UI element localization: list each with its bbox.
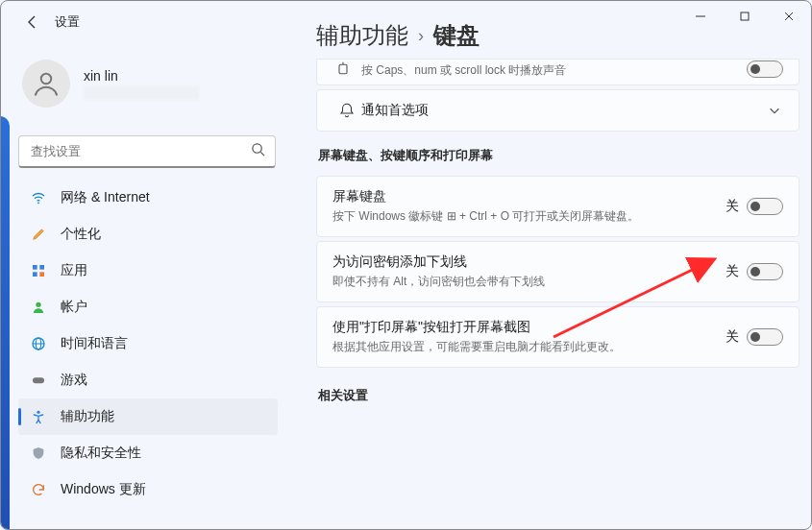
nav-privacy[interactable]: 隐私和安全性 bbox=[18, 435, 278, 471]
toggle-keys-subtitle: 按 Caps、num 或 scroll lock 时播放声音 bbox=[361, 61, 716, 79]
printscreen-title: 使用"打印屏幕"按钮打开屏幕截图 bbox=[332, 319, 716, 336]
underline-keys-state: 关 bbox=[726, 263, 739, 280]
printscreen-sub: 根据其他应用设置，可能需要重启电脑才能看到此更改。 bbox=[332, 338, 716, 355]
nav-sidebar: 网络 & Internet 个性化 应用 帐户 时间和语言 游戏 辅助功能 隐私… bbox=[18, 180, 278, 523]
notification-prefs-row[interactable]: 通知首选项 bbox=[316, 89, 800, 132]
svg-point-3 bbox=[253, 144, 261, 153]
close-button[interactable] bbox=[767, 1, 811, 32]
breadcrumb-current: 键盘 bbox=[433, 20, 480, 51]
nav-gaming[interactable]: 游戏 bbox=[18, 362, 278, 398]
breadcrumb-parent[interactable]: 辅助功能 bbox=[316, 20, 408, 51]
underline-keys-title: 为访问密钥添加下划线 bbox=[332, 253, 716, 271]
nav-label: 网络 & Internet bbox=[61, 189, 150, 206]
onscreen-keyboard-row[interactable]: 屏幕键盘 按下 Windows 徽标键 ⊞ + Ctrl + O 可打开或关闭屏… bbox=[316, 176, 800, 237]
nav-label: 辅助功能 bbox=[61, 408, 114, 425]
nav-apps[interactable]: 应用 bbox=[18, 253, 278, 289]
svg-rect-16 bbox=[339, 64, 347, 74]
notification-prefs-title: 通知首选项 bbox=[361, 102, 756, 119]
user-email-redacted bbox=[84, 86, 199, 100]
onscreen-keyboard-sub: 按下 Windows 徽标键 ⊞ + Ctrl + O 可打开或关闭屏幕键盘。 bbox=[332, 207, 716, 225]
profile-block[interactable]: xin lin bbox=[22, 59, 199, 108]
nav-label: 游戏 bbox=[61, 372, 87, 389]
app-title: 设置 bbox=[55, 13, 80, 31]
gamepad-icon bbox=[30, 372, 47, 389]
chevron-down-icon bbox=[766, 102, 783, 119]
shield-icon bbox=[30, 445, 47, 462]
svg-rect-8 bbox=[33, 272, 37, 277]
svg-rect-7 bbox=[39, 265, 44, 270]
nav-label: 隐私和安全性 bbox=[61, 445, 141, 462]
svg-point-2 bbox=[41, 74, 52, 84]
printscreen-state: 关 bbox=[726, 328, 739, 346]
svg-rect-9 bbox=[39, 272, 44, 277]
accessibility-icon bbox=[30, 408, 47, 425]
underline-keys-row[interactable]: 为访问密钥添加下划线 即使不持有 Alt，访问密钥也会带有下划线 关 bbox=[316, 241, 800, 302]
update-icon bbox=[30, 481, 47, 498]
nav-label: 帐户 bbox=[61, 299, 87, 316]
toggle-keys-toggle[interactable] bbox=[747, 60, 783, 78]
search-icon bbox=[251, 142, 265, 160]
onscreen-keyboard-title: 屏幕键盘 bbox=[332, 188, 716, 205]
nav-personalization[interactable]: 个性化 bbox=[18, 216, 278, 253]
nav-accessibility[interactable]: 辅助功能 bbox=[18, 398, 278, 435]
section-osk-title: 屏幕键盘、按键顺序和打印屏幕 bbox=[318, 147, 800, 164]
nav-label: 时间和语言 bbox=[61, 335, 128, 352]
search-input[interactable] bbox=[29, 143, 251, 159]
svg-rect-14 bbox=[33, 377, 44, 383]
onscreen-keyboard-state: 关 bbox=[726, 198, 739, 215]
nav-accounts[interactable]: 帐户 bbox=[18, 289, 278, 325]
globe-icon bbox=[30, 335, 47, 352]
nav-label: 应用 bbox=[61, 262, 87, 279]
printscreen-toggle[interactable] bbox=[747, 328, 783, 346]
back-button[interactable] bbox=[18, 8, 47, 36]
chevron-right-icon: › bbox=[418, 26, 424, 46]
toggle-keys-icon bbox=[332, 61, 361, 77]
svg-line-4 bbox=[260, 152, 264, 156]
maximize-button[interactable] bbox=[723, 1, 767, 32]
nav-network[interactable]: 网络 & Internet bbox=[18, 180, 278, 216]
nav-time-language[interactable]: 时间和语言 bbox=[18, 325, 278, 362]
toggle-keys-row[interactable]: 按 Caps、num 或 scroll lock 时播放声音 关 bbox=[316, 59, 800, 85]
svg-point-5 bbox=[37, 202, 39, 204]
user-name: xin lin bbox=[84, 68, 199, 84]
underline-keys-sub: 即使不持有 Alt，访问密钥也会带有下划线 bbox=[332, 273, 716, 290]
content-panel: 按 Caps、num 或 scroll lock 时播放声音 关 通知首选项 屏… bbox=[316, 59, 800, 527]
nav-label: 个性化 bbox=[61, 226, 101, 243]
svg-rect-6 bbox=[33, 265, 37, 270]
taskbar-edge bbox=[0, 116, 10, 530]
search-box[interactable] bbox=[18, 135, 276, 168]
person-icon bbox=[30, 299, 47, 316]
onscreen-keyboard-toggle[interactable] bbox=[747, 198, 783, 215]
apps-icon bbox=[30, 262, 47, 279]
window-controls bbox=[678, 1, 811, 32]
svg-rect-1 bbox=[741, 12, 749, 20]
nav-label: Windows 更新 bbox=[61, 481, 146, 498]
underline-keys-toggle[interactable] bbox=[747, 263, 783, 280]
svg-point-10 bbox=[36, 302, 40, 307]
paintbrush-icon bbox=[30, 226, 47, 243]
minimize-button[interactable] bbox=[678, 1, 723, 32]
bell-icon bbox=[332, 102, 361, 119]
wifi-icon bbox=[30, 189, 47, 206]
section-related-title: 相关设置 bbox=[318, 387, 800, 404]
avatar bbox=[22, 60, 70, 108]
svg-point-15 bbox=[37, 411, 39, 414]
printscreen-row[interactable]: 使用"打印屏幕"按钮打开屏幕截图 根据其他应用设置，可能需要重启电脑才能看到此更… bbox=[316, 306, 800, 368]
nav-windows-update[interactable]: Windows 更新 bbox=[18, 471, 278, 508]
breadcrumb: 辅助功能 › 键盘 bbox=[316, 20, 480, 51]
